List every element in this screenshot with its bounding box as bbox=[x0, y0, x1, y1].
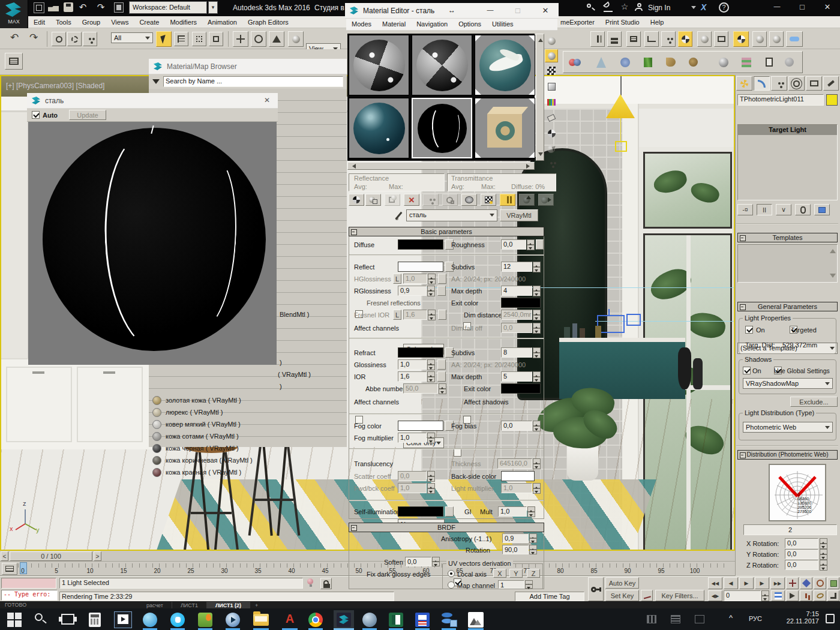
me-maximize-icon[interactable]: □ bbox=[511, 6, 525, 15]
current-frame-spinner[interactable] bbox=[761, 590, 769, 601]
light-multiplier-spinner[interactable] bbox=[533, 483, 541, 494]
basic-parameters-rollout[interactable]: Basic parameters bbox=[349, 227, 544, 236]
self-illumination-swatch[interactable] bbox=[398, 506, 443, 517]
selection-filter-dropdown[interactable]: All bbox=[111, 32, 153, 43]
save-icon[interactable] bbox=[64, 2, 73, 12]
tray-grid-icon[interactable] bbox=[647, 615, 656, 623]
material-slot-6[interactable] bbox=[475, 98, 535, 158]
roughness-field[interactable]: 0,0 bbox=[501, 239, 526, 250]
selected-light-gizmo[interactable] bbox=[615, 141, 627, 152]
make-preview-icon[interactable] bbox=[545, 112, 557, 124]
zoom-icon[interactable] bbox=[786, 577, 799, 589]
slots-vscrollbar[interactable] bbox=[536, 34, 544, 161]
render-setup-icon[interactable] bbox=[697, 31, 712, 47]
tray-clock[interactable]: 7:15 22.11.2017 bbox=[777, 610, 819, 625]
menu-tools[interactable]: Tools bbox=[50, 17, 77, 28]
preview-close-icon[interactable]: ✕ bbox=[261, 96, 273, 104]
fresnel-ior-lock-button[interactable]: L bbox=[393, 310, 401, 320]
tray-panel-icon[interactable] bbox=[695, 615, 704, 623]
material-type-button[interactable]: VRayMtl bbox=[500, 209, 538, 221]
me-menu-modes[interactable]: Modes bbox=[346, 19, 377, 29]
tab-hierarchy[interactable] bbox=[771, 76, 787, 91]
tab-display[interactable] bbox=[806, 76, 822, 91]
put-material-to-scene-icon[interactable] bbox=[365, 194, 381, 206]
notification-center-icon[interactable] bbox=[826, 614, 835, 623]
curve-editor-icon[interactable] bbox=[644, 31, 659, 47]
calculator-icon[interactable] bbox=[89, 613, 101, 627]
select-and-scale-icon[interactable] bbox=[269, 31, 284, 47]
select-and-rotate-icon[interactable] bbox=[251, 31, 266, 47]
rglossiness-field[interactable]: 0,9 bbox=[398, 286, 427, 296]
hair-fur-icon[interactable] bbox=[662, 54, 679, 70]
ior-spinner[interactable] bbox=[427, 371, 435, 382]
local-axis-radio[interactable] bbox=[448, 570, 455, 577]
search-icon[interactable] bbox=[587, 4, 596, 11]
pin-stack-icon[interactable]: -¤ bbox=[737, 204, 753, 215]
exchange-logo-icon[interactable]: X bbox=[701, 2, 706, 12]
anisotropy-field[interactable]: 0,9 bbox=[502, 533, 529, 543]
abbe-number-field[interactable]: 50,0 bbox=[403, 383, 438, 394]
me-menu-utilities[interactable]: Utilities bbox=[487, 19, 518, 29]
material-slot-3[interactable] bbox=[475, 35, 535, 95]
z-rotation-spinner[interactable] bbox=[820, 560, 827, 571]
affect-shadows-checkbox[interactable] bbox=[454, 449, 461, 457]
light-on-checkbox[interactable] bbox=[745, 326, 753, 334]
tab-utilities[interactable] bbox=[823, 76, 839, 91]
render-production-icon[interactable] bbox=[733, 31, 749, 47]
roughness-map-button[interactable] bbox=[536, 239, 544, 250]
map-channel-radio[interactable] bbox=[448, 581, 455, 589]
rglossiness-map-button[interactable] bbox=[437, 286, 446, 296]
me-titlebar[interactable]: Material Editor - сталь ↔ — □ ✕ bbox=[345, 3, 559, 19]
refract-color-swatch[interactable] bbox=[398, 347, 443, 358]
array-grid-icon[interactable] bbox=[738, 54, 754, 70]
3dsmax-taskbar-icon[interactable] bbox=[337, 613, 351, 627]
browser-partial-row[interactable]: ) bbox=[280, 383, 282, 390]
video-color-check-icon[interactable] bbox=[545, 96, 557, 108]
time-slider-button[interactable]: 0 / 100 bbox=[10, 551, 92, 561]
ior-map-button[interactable] bbox=[437, 371, 446, 382]
preview-update-button[interactable]: Update bbox=[69, 110, 106, 120]
project-folder-icon[interactable] bbox=[114, 2, 124, 13]
key-mode-toggle-icon[interactable]: ◀▶ bbox=[708, 590, 722, 601]
rendered-frame-window-icon[interactable] bbox=[714, 31, 728, 47]
show-end-result-stack-icon[interactable]: II bbox=[757, 204, 772, 215]
previous-frame-icon[interactable]: ◀ bbox=[724, 577, 738, 589]
chrome-profile-icon[interactable] bbox=[308, 613, 323, 627]
go-to-start-icon[interactable]: ◀◀ bbox=[708, 577, 722, 589]
fwd-bck-coeff-field[interactable]: 1,0 bbox=[398, 483, 427, 493]
render-iterative-icon[interactable] bbox=[752, 31, 767, 47]
snowflake-icon[interactable] bbox=[617, 54, 633, 70]
rectangular-selection-region-icon[interactable] bbox=[192, 32, 206, 46]
refract-subdivs-spinner[interactable] bbox=[533, 347, 541, 358]
abbe-number-spinner[interactable] bbox=[439, 383, 446, 394]
window-minimize-icon[interactable]: — bbox=[768, 2, 786, 10]
ior-field[interactable]: 1,6 bbox=[398, 371, 427, 382]
add-time-tag-button[interactable]: Add Time Tag bbox=[515, 592, 584, 601]
material-slot-5-active[interactable] bbox=[412, 98, 472, 158]
reflect-color-swatch[interactable] bbox=[398, 262, 443, 272]
scatter-coeff-field[interactable]: 0,0 bbox=[398, 471, 427, 481]
window-close-icon[interactable]: ✕ bbox=[818, 2, 836, 11]
menu-modifiers[interactable]: Modifiers bbox=[164, 17, 202, 28]
sphere-icon[interactable] bbox=[715, 54, 731, 70]
layer-explorer-icon[interactable] bbox=[626, 31, 641, 47]
shadows-on-checkbox[interactable] bbox=[743, 367, 751, 374]
material-editor-icon[interactable] bbox=[678, 31, 692, 47]
material-preview-window[interactable]: сталь ✕ Auto Update bbox=[27, 93, 278, 366]
browser-material-row[interactable]: люрекс ( VRayMtl ) bbox=[149, 407, 347, 419]
map-channel-field[interactable]: 1 bbox=[498, 580, 524, 589]
orbit-icon[interactable] bbox=[814, 577, 826, 589]
current-frame-field[interactable]: 0 bbox=[724, 590, 761, 601]
pivot-globe-icon[interactable] bbox=[288, 31, 304, 47]
background-icon[interactable] bbox=[545, 65, 557, 77]
self-illumination-map-button[interactable] bbox=[445, 506, 454, 517]
reset-map-icon[interactable]: ✕ bbox=[404, 194, 419, 206]
communication-center-icon[interactable] bbox=[604, 3, 613, 12]
fresnel-ior-map-button[interactable] bbox=[438, 310, 446, 320]
menu-help[interactable]: Help bbox=[645, 17, 670, 28]
menu-graph-editors[interactable]: Graph Editors bbox=[242, 17, 294, 28]
time-slider-right-arrow[interactable]: > bbox=[94, 551, 101, 561]
material-slot-1[interactable] bbox=[349, 35, 409, 95]
unlink-selection-icon[interactable] bbox=[67, 32, 82, 46]
back-side-color-swatch[interactable] bbox=[501, 471, 535, 481]
